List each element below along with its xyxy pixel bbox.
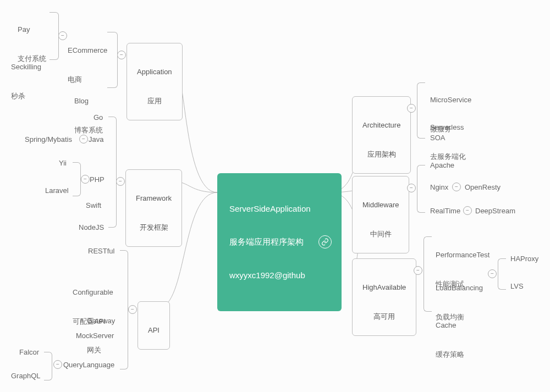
toggle-architecture[interactable]: − [407, 104, 416, 113]
node-application[interactable]: Application 应用 [127, 43, 183, 120]
bracket-middleware [417, 165, 425, 213]
node-go[interactable]: Go [94, 113, 103, 123]
toggle-nginx[interactable]: − [452, 183, 461, 191]
toggle-java[interactable]: − [79, 135, 88, 143]
node-lvs[interactable]: LVS [510, 281, 524, 291]
bracket-framework [108, 117, 117, 228]
node-seckilling[interactable]: Seckilling 秒杀 [11, 43, 41, 111]
node-deepstream[interactable]: DeepStream [475, 206, 515, 216]
node-falcor[interactable]: Falcor [19, 347, 39, 357]
bracket-ha [424, 236, 432, 312]
bracket-api [120, 250, 128, 369]
toggle-ha[interactable]: − [414, 266, 422, 275]
node-swift[interactable]: Swift [86, 201, 101, 211]
node-apache[interactable]: Apache [430, 161, 454, 170]
toggle-application[interactable]: − [117, 51, 126, 59]
bracket-ecommerce [50, 12, 59, 60]
toggle-framework[interactable]: − [116, 177, 125, 186]
node-querylanguage[interactable]: QueryLanguage [63, 360, 114, 370]
toggle-ql[interactable]: − [53, 360, 62, 369]
root-node[interactable]: ServerSideApplication 服务端应用程序架构 wxyyxc19… [217, 173, 342, 311]
bracket-php [73, 162, 81, 196]
toggle-realtime[interactable]: − [463, 206, 472, 215]
link-icon [318, 235, 332, 249]
node-java[interactable]: Java [89, 135, 103, 145]
node-mockserver[interactable]: MockServer [76, 331, 114, 341]
node-laravel[interactable]: Laravel [45, 186, 69, 196]
node-realtime[interactable]: RealTime [430, 206, 460, 216]
bracket-architecture [417, 82, 425, 139]
node-yii[interactable]: Yii [59, 158, 67, 168]
toggle-ecommerce[interactable]: − [58, 31, 67, 40]
toggle-lb[interactable]: − [488, 269, 497, 278]
toggle-middleware[interactable]: − [407, 184, 416, 192]
node-graphql[interactable]: GraphQL [11, 371, 40, 381]
node-php[interactable]: PHP [90, 175, 105, 185]
node-soa[interactable]: SOA [430, 133, 445, 143]
node-highavailable[interactable]: HighAvailable 高可用 [352, 258, 416, 336]
node-cache[interactable]: Cache 缓存策略 [436, 301, 464, 369]
node-api[interactable]: API [138, 301, 170, 350]
bracket-application [107, 32, 118, 88]
toggle-api[interactable]: − [128, 305, 137, 314]
node-middleware[interactable]: Middleware 中间件 [352, 176, 409, 253]
node-nodejs[interactable]: NodeJS [79, 223, 104, 233]
node-architecture[interactable]: Architecture 应用架构 [352, 96, 411, 174]
bracket-ql [44, 352, 52, 380]
node-spring[interactable]: Spring/Mybatis [25, 135, 72, 145]
node-openresty[interactable]: OpenResty [465, 183, 501, 192]
bracket-lb [498, 258, 506, 290]
root-text: ServerSideApplication 服务端应用程序架构 wxyyxc19… [229, 181, 311, 303]
node-haproxy[interactable]: HAProxy [510, 254, 538, 264]
node-restful[interactable]: RESTful [88, 246, 114, 256]
node-nginx[interactable]: Nginx [430, 183, 448, 192]
toggle-php[interactable]: − [81, 175, 90, 184]
node-framework[interactable]: Framework 开发框架 [125, 169, 182, 247]
